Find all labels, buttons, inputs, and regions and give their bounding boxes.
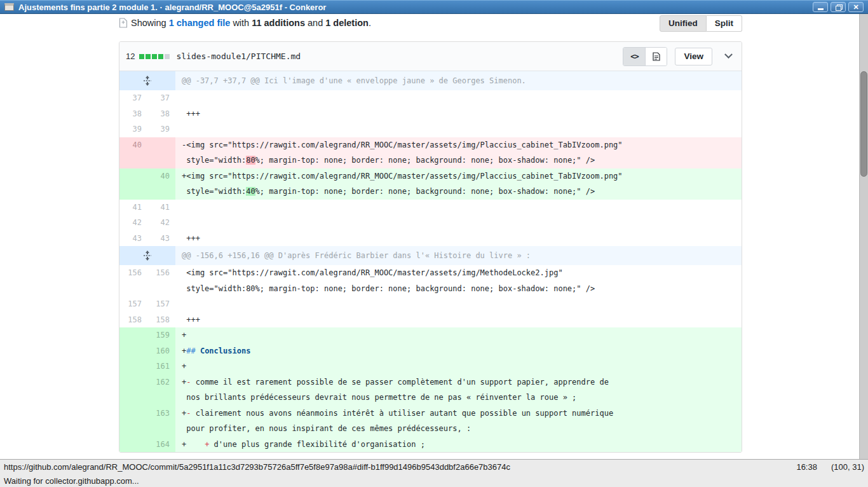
hunk-header-row: @@ -156,6 +156,16 @@ D'après Frédéric Ba… xyxy=(119,246,742,265)
split-view-button[interactable]: Split xyxy=(707,15,742,32)
source-view-button[interactable]: <> xyxy=(623,48,645,65)
code-cell: + + d'une plus grande flexibilité d'orga… xyxy=(175,437,742,453)
scrollbar-thumb[interactable] xyxy=(860,71,867,177)
old-line-number[interactable] xyxy=(119,343,147,359)
code-line: +<img src="https://rawgit.com/alegrand/R… xyxy=(182,168,742,184)
diffstat-block-neutral xyxy=(165,54,170,59)
code-token-hl-del: 80 xyxy=(246,156,255,165)
diffstat-blocks xyxy=(139,54,170,59)
minimize-icon xyxy=(818,8,824,10)
old-line-number[interactable]: 37 xyxy=(119,90,147,106)
code-icon: <> xyxy=(630,52,638,61)
summary-suffix: . xyxy=(369,18,371,28)
unfold-icon xyxy=(143,76,152,86)
diff-line-del: 40-<img src="https://rawgit.com/alegrand… xyxy=(119,137,742,168)
new-line-number[interactable] xyxy=(147,137,175,168)
new-line-number[interactable]: 40 xyxy=(147,168,175,200)
file-diff-panel: 12 slides-module1/PITCHME.md <> xyxy=(119,41,742,453)
diff-line-add: 159+ xyxy=(119,327,742,343)
old-line-number[interactable]: 41 xyxy=(119,200,147,216)
rendered-view-button[interactable] xyxy=(645,48,667,65)
diff-line-context: 158158 +++ xyxy=(119,312,742,328)
status-bar: https://github.com/alegrand/RR_MOOC/comm… xyxy=(0,459,868,487)
code-line: style="width:80%; margin-top: none; bord… xyxy=(182,281,742,297)
status-message: Waiting for collector.githubapp.com... xyxy=(4,476,139,486)
code-cell: +++ xyxy=(175,231,742,247)
view-file-button[interactable]: View xyxy=(675,48,712,65)
new-line-number[interactable]: 161 xyxy=(147,359,175,374)
diff-line-add: 160+## Conclusions xyxy=(119,343,742,359)
diffstat-block-added xyxy=(158,54,163,59)
expand-hunk-button[interactable] xyxy=(119,246,175,265)
code-cell: +++ xyxy=(175,312,742,328)
new-line-number[interactable]: 41 xyxy=(147,200,175,216)
new-line-number[interactable]: 159 xyxy=(147,327,175,343)
hunk-header-row: @@ -37,7 +37,7 @@ Ici l'image d'une « en… xyxy=(119,71,742,90)
old-line-number[interactable] xyxy=(119,406,147,437)
new-line-number[interactable]: 38 xyxy=(147,106,175,122)
old-line-number[interactable] xyxy=(119,168,147,200)
old-line-number[interactable]: 42 xyxy=(119,215,147,231)
old-line-number[interactable] xyxy=(119,437,147,453)
code-line xyxy=(182,215,742,231)
changed-file-link[interactable]: 1 changed file xyxy=(169,18,231,28)
code-line: + xyxy=(182,327,742,343)
new-line-number[interactable]: 37 xyxy=(147,90,175,106)
code-cell: -<img src="https://rawgit.com/alegrand/R… xyxy=(175,137,742,168)
expand-hunk-button[interactable] xyxy=(119,71,175,90)
status-url: https://github.com/alegrand/RR_MOOC/comm… xyxy=(4,462,790,472)
diff-line-add: 40+<img src="https://rawgit.com/alegrand… xyxy=(119,168,742,200)
close-icon: ✕ xyxy=(853,4,858,11)
close-button[interactable]: ✕ xyxy=(848,2,864,12)
new-line-number[interactable]: 156 xyxy=(147,265,175,296)
restore-button[interactable] xyxy=(831,2,846,12)
diff-line-context: 4141 xyxy=(119,200,742,216)
diff-line-context: 3838 +++ xyxy=(119,106,742,122)
diff-line-context: 4242 xyxy=(119,215,742,231)
vertical-scrollbar[interactable] xyxy=(859,14,868,459)
unified-view-button[interactable]: Unified xyxy=(660,15,707,32)
old-line-number[interactable]: 40 xyxy=(119,137,147,168)
code-line: +++ xyxy=(182,106,742,122)
old-line-number[interactable] xyxy=(119,359,147,374)
new-line-number[interactable]: 164 xyxy=(147,437,175,453)
diff-table: @@ -37,7 +37,7 @@ Ici l'image d'une « en… xyxy=(119,71,742,452)
file-path-link[interactable]: slides-module1/PITCHME.md xyxy=(176,51,623,61)
code-token-md-bullet: + xyxy=(205,440,209,449)
code-line: + + d'une plus grande flexibilité d'orga… xyxy=(182,437,742,453)
code-line xyxy=(182,121,742,137)
old-line-number[interactable]: 157 xyxy=(119,296,147,312)
new-line-number[interactable]: 43 xyxy=(147,231,175,247)
new-line-number[interactable]: 162 xyxy=(147,374,175,406)
new-line-number[interactable]: 163 xyxy=(147,406,175,437)
old-line-number[interactable] xyxy=(119,327,147,343)
new-line-number[interactable]: 42 xyxy=(147,215,175,231)
code-cell xyxy=(175,200,742,216)
new-line-number[interactable]: 160 xyxy=(147,343,175,359)
window-titlebar: Ajustements fins partie 2 module 1. · al… xyxy=(0,0,868,14)
code-line: +## Conclusions xyxy=(182,343,742,359)
deletions-count: 1 deletion xyxy=(325,18,369,28)
old-line-number[interactable]: 158 xyxy=(119,312,147,328)
new-line-number[interactable]: 157 xyxy=(147,296,175,312)
new-line-number[interactable]: 158 xyxy=(147,312,175,328)
code-line: +++ xyxy=(182,231,742,247)
old-line-number[interactable]: 156 xyxy=(119,265,147,296)
code-cell: +- clairement nous avons néanmoins intér… xyxy=(175,406,742,437)
diff-line-add: 163+- clairement nous avons néanmoins in… xyxy=(119,406,742,437)
browser-viewport: Showing 1 changed file with 11 additions… xyxy=(0,14,868,459)
minimize-button[interactable] xyxy=(813,2,828,12)
code-cell: +<img src="https://rawgit.com/alegrand/R… xyxy=(175,168,742,200)
diff-line-add: 164+ + d'une plus grande flexibilité d'o… xyxy=(119,437,742,453)
code-line: <img src="https://rawgit.com/alegrand/RR… xyxy=(182,265,742,281)
old-line-number[interactable]: 39 xyxy=(119,121,147,137)
new-line-number[interactable]: 39 xyxy=(147,121,175,137)
old-line-number[interactable]: 43 xyxy=(119,231,147,247)
code-line: +++ xyxy=(182,312,742,328)
diff-line-context: 4343 +++ xyxy=(119,231,742,247)
code-cell: +- comme il est rarement possible de se … xyxy=(175,374,742,406)
file-options-button[interactable] xyxy=(721,50,735,64)
status-line-message: Waiting for collector.githubapp.com... xyxy=(0,474,868,487)
old-line-number[interactable]: 38 xyxy=(119,106,147,122)
old-line-number[interactable] xyxy=(119,374,147,406)
